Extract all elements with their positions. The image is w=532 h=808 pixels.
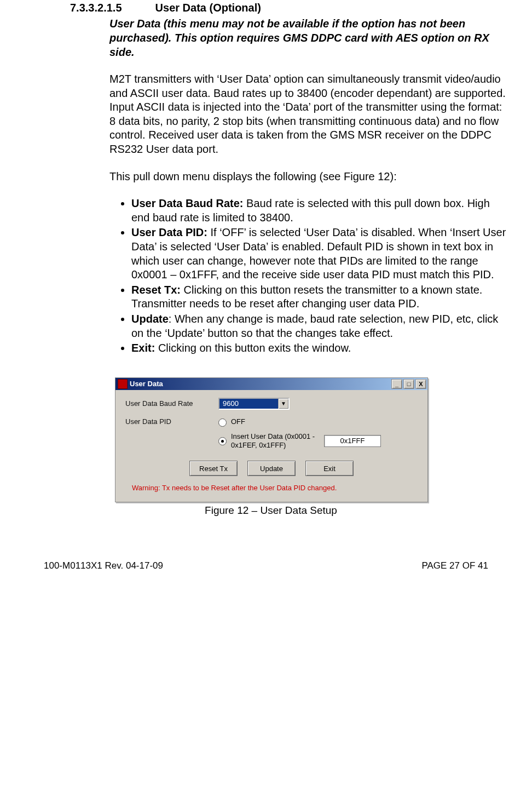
list-item: User Data Baud Rate: Baud rate is select… [131, 197, 510, 225]
figure-caption: Figure 12 – User Data Setup [115, 505, 427, 517]
window-title: User Data [130, 380, 390, 388]
section-heading: 7.3.3.2.1.5 User Data (Optional) [70, 2, 510, 14]
list-item: Exit: Clicking on this button exits the … [131, 341, 510, 356]
paragraph-1: M2T transmitters with ‘User Data’ option… [109, 72, 510, 157]
section-number: 7.3.3.2.1.5 [70, 2, 152, 14]
bullet-text: Clicking on this button exits the window… [155, 342, 351, 354]
bullet-label: Reset Tx: [131, 284, 181, 296]
baud-rate-label: User Data Baud Rate [125, 399, 218, 408]
section-title: User Data (Optional) [155, 2, 261, 14]
pid-off-label: OFF [231, 417, 245, 426]
intro-note: User Data (this menu may not be availabl… [109, 16, 510, 59]
warning-text: Warning: Tx needs to be Reset after the … [125, 482, 418, 497]
footer-left: 100-M0113X1 Rev. 04-17-09 [44, 560, 163, 571]
titlebar[interactable]: User Data _ □ X [115, 378, 427, 390]
footer-right: PAGE 27 OF 41 [421, 560, 488, 571]
bullet-text: Clicking on this button resets the trans… [131, 284, 482, 310]
update-button[interactable]: Update [247, 461, 296, 476]
pid-insert-label: Insert User Data (0x0001 - 0x1FEF, 0x1FF… [231, 432, 324, 450]
pid-insert-radio[interactable] [218, 437, 227, 445]
list-item: Update: When any change is made, baud ra… [131, 312, 510, 340]
pid-label: User Data PID [125, 417, 218, 426]
pid-off-radio[interactable] [218, 419, 227, 427]
paragraph-2: This pull down menu displays the followi… [109, 170, 510, 184]
exit-button[interactable]: Exit [305, 461, 354, 476]
bullet-label: User Data PID: [131, 226, 207, 238]
reset-tx-button[interactable]: Reset Tx [189, 461, 238, 476]
baud-rate-select[interactable]: 9600 ▼ [218, 398, 290, 410]
close-button[interactable]: X [415, 379, 426, 389]
app-icon [118, 379, 128, 389]
minimize-button[interactable]: _ [391, 379, 402, 389]
chevron-down-icon[interactable]: ▼ [278, 399, 288, 409]
bullet-label: User Data Baud Rate: [131, 197, 244, 209]
list-item: User Data PID: If ‘OFF’ is selected ‘Use… [131, 226, 510, 282]
bullet-list: User Data Baud Rate: Baud rate is select… [109, 197, 510, 356]
list-item: Reset Tx: Clicking on this button resets… [131, 283, 510, 311]
bullet-text: : When any change is made, baud rate sel… [131, 313, 498, 339]
bullet-label: Exit: [131, 342, 155, 354]
baud-rate-value: 9600 [219, 399, 278, 408]
maximize-button[interactable]: □ [403, 379, 414, 389]
user-data-dialog: User Data _ □ X User Data Baud Rate 9600… [115, 377, 428, 503]
pid-input[interactable] [324, 435, 381, 447]
bullet-label: Update [131, 313, 169, 325]
